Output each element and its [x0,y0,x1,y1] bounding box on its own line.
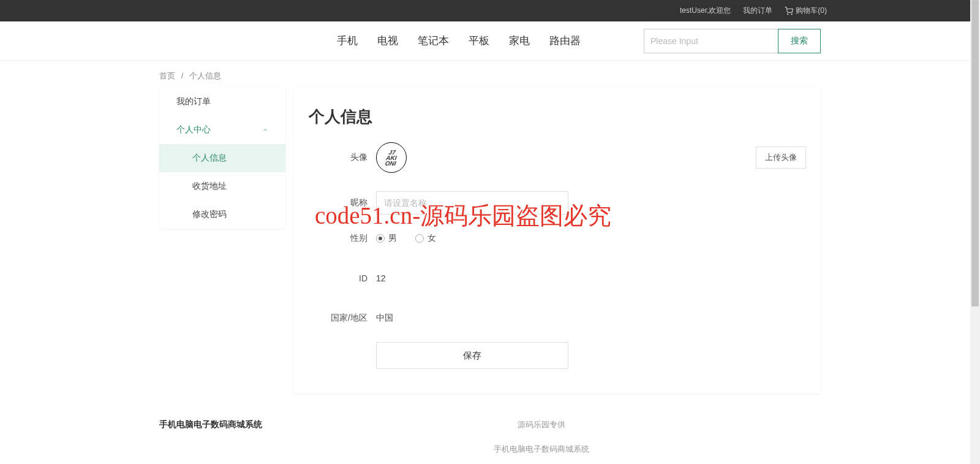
main-card: 个人信息 头像 J7AKIONI 上传头像 昵称 性 [294,88,821,394]
save-button[interactable]: 保存 [376,342,568,369]
topbar-welcome[interactable]: testUser,欢迎您 [680,6,731,16]
search-group: 搜索 [644,29,821,53]
search-input[interactable] [644,29,778,53]
label-gender: 性别 [309,233,376,244]
breadcrumb: 首页 / 个人信息 [159,61,821,88]
breadcrumb-separator: / [181,71,184,80]
scrollbar-track[interactable] [970,0,980,464]
radio-female[interactable]: 女 [415,233,436,244]
nav-link-tv[interactable]: 电视 [377,34,398,48]
nav-link-phone[interactable]: 手机 [337,34,358,48]
avatar-image: J7AKIONI [385,150,398,166]
topbar-cart[interactable]: 购物车(0) [785,6,827,16]
sidebar-item-my-orders[interactable]: 我的订单 [159,88,285,116]
sidebar-sub-profile[interactable]: 个人信息 [159,144,285,172]
id-value: 12 [376,273,386,283]
avatar: J7AKIONI [376,142,407,173]
radio-female-indicator [415,234,424,243]
breadcrumb-current: 个人信息 [189,71,221,80]
sidebar-sub-address[interactable]: 收货地址 [159,172,285,200]
radio-female-label: 女 [428,233,436,244]
navbar: 手机 电视 笔记本 平板 家电 路由器 搜索 [0,21,980,61]
nav-links: 手机 电视 笔记本 平板 家电 路由器 [159,34,581,48]
footer-line2: 手机电脑电子数码商城系统 [262,444,821,455]
svg-point-0 [788,13,788,14]
footer: 手机电脑电子数码商城系统 源码乐园专供 手机电脑电子数码商城系统 让全球每个人都… [159,412,821,464]
nav-link-tablet[interactable]: 平板 [469,34,489,48]
nav-link-laptop[interactable]: 笔记本 [418,34,449,48]
label-nickname: 昵称 [309,197,376,208]
nav-link-appliance[interactable]: 家电 [509,34,530,48]
radio-male-label: 男 [388,233,397,244]
sidebar-item-center[interactable]: 个人中心 [159,116,285,144]
page-title: 个人信息 [309,106,806,127]
radio-male-indicator [376,234,385,243]
label-avatar: 头像 [309,152,376,163]
svg-point-1 [791,13,792,14]
sidebar-sub-password[interactable]: 修改密码 [159,200,285,229]
sidebar-item-center-label: 个人中心 [176,124,211,135]
upload-avatar-button[interactable]: 上传头像 [756,146,806,169]
search-button[interactable]: 搜索 [778,29,821,53]
cart-icon [785,7,793,15]
breadcrumb-home[interactable]: 首页 [159,71,175,80]
radio-male[interactable]: 男 [376,233,397,244]
label-region: 国家/地区 [309,313,376,324]
label-id: ID [309,273,376,283]
region-value: 中国 [376,313,393,324]
topbar-my-orders[interactable]: 我的订单 [743,6,772,16]
nav-link-router[interactable]: 路由器 [549,34,581,48]
topbar-cart-label: 购物车(0) [796,6,827,16]
footer-brand: 手机电脑电子数码商城系统 [159,419,262,430]
chevron-up-icon [262,127,268,133]
topbar: testUser,欢迎您 我的订单 购物车(0) [0,0,980,21]
scrollbar-thumb[interactable] [971,0,979,306]
sidebar: 我的订单 个人中心 个人信息 收货地址 修改密码 [159,88,285,229]
nickname-input[interactable] [376,191,568,215]
footer-line1: 源码乐园专供 [262,419,821,430]
